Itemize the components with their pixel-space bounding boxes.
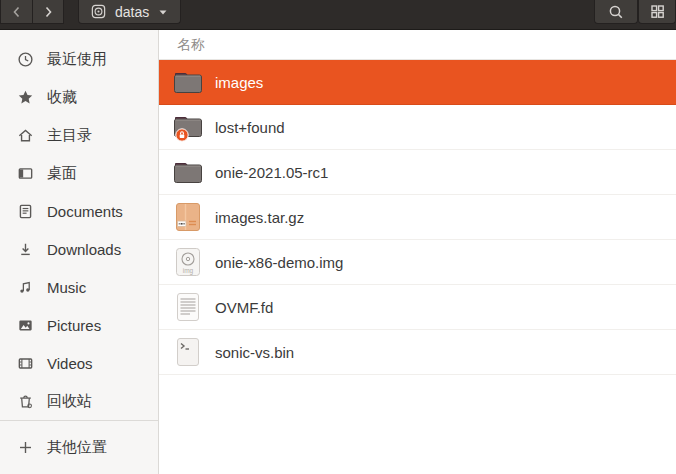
file-name: images	[215, 74, 263, 91]
sidebar-item-label: Music	[47, 279, 86, 296]
video-icon	[17, 355, 34, 372]
file-row-sonic-vs.bin[interactable]: sonic-vs.bin	[159, 330, 676, 375]
trash-icon	[17, 393, 34, 410]
search-button[interactable]	[594, 0, 638, 24]
folder-icon	[172, 156, 204, 188]
file-name: OVMF.fd	[215, 299, 273, 316]
location-label: datas	[115, 4, 149, 20]
sidebar-item-桌面[interactable]: 桌面	[0, 154, 158, 192]
file-row-OVMF.fd[interactable]: OVMF.fd	[159, 285, 676, 330]
window-body: 最近使用收藏主目录桌面DocumentsDownloadsMusicPictur…	[0, 30, 676, 474]
file-row-images[interactable]: images	[159, 60, 676, 105]
back-button[interactable]	[0, 0, 32, 24]
file-row-onie-2021.05-rc1[interactable]: onie-2021.05-rc1	[159, 150, 676, 195]
file-name: onie-x86-demo.img	[215, 254, 343, 271]
clock-icon	[17, 51, 34, 68]
file-manager-window: datas	[0, 0, 676, 474]
sidebar-item-Downloads[interactable]: Downloads	[0, 230, 158, 268]
file-row-onie-x86-demo.img[interactable]: imgonie-x86-demo.img	[159, 240, 676, 285]
archive-icon	[172, 201, 204, 233]
file-rows-container: imageslost+foundonie-2021.05-rc1images.t…	[159, 60, 676, 474]
location-breadcrumb-button[interactable]: datas	[78, 0, 181, 24]
binary-file-icon	[172, 336, 204, 368]
picture-icon	[17, 317, 34, 334]
disk-image-icon: img	[172, 246, 204, 278]
music-icon	[17, 279, 34, 296]
places-sidebar: 最近使用收藏主目录桌面DocumentsDownloadsMusicPictur…	[0, 30, 159, 474]
sidebar-item-label: 桌面	[47, 164, 77, 183]
sidebar-item-Pictures[interactable]: Pictures	[0, 306, 158, 344]
file-name: onie-2021.05-rc1	[215, 164, 328, 181]
sidebar-item-label: 回收站	[47, 392, 92, 411]
sidebar-item-回收站[interactable]: 回收站	[0, 382, 158, 420]
folder-locked-icon	[172, 111, 204, 143]
sidebar-item-收藏[interactable]: 收藏	[0, 78, 158, 116]
disk-location-icon	[90, 3, 107, 20]
file-list-pane: 名称 imageslost+foundonie-2021.05-rc1image…	[159, 30, 676, 474]
plus-icon	[17, 439, 34, 456]
chevron-left-icon	[8, 3, 26, 21]
text-file-icon	[172, 291, 204, 323]
sidebar-item-Videos[interactable]: Videos	[0, 344, 158, 382]
sidebar-item-label: 最近使用	[47, 50, 107, 69]
view-toggle-button[interactable]	[638, 0, 676, 24]
svg-text:img: img	[183, 267, 194, 275]
folder-icon	[172, 66, 204, 98]
sidebar-item-最近使用[interactable]: 最近使用	[0, 40, 158, 78]
sidebar-item-label: 收藏	[47, 88, 77, 107]
history-nav	[0, 0, 64, 24]
header-bar: datas	[0, 0, 676, 30]
sidebar-item-Documents[interactable]: Documents	[0, 192, 158, 230]
column-header-name[interactable]: 名称	[159, 30, 676, 60]
sidebar-item-其他位置[interactable]: 其他位置	[0, 420, 158, 474]
sidebar-item-Music[interactable]: Music	[0, 268, 158, 306]
document-icon	[17, 203, 34, 220]
caret-down-icon	[157, 6, 169, 18]
sidebar-item-label: Videos	[47, 355, 93, 372]
sidebar-item-label: 主目录	[47, 126, 92, 145]
sidebar-item-主目录[interactable]: 主目录	[0, 116, 158, 154]
file-row-images.tar.gz[interactable]: images.tar.gz	[159, 195, 676, 240]
file-row-lost+found[interactable]: lost+found	[159, 105, 676, 150]
home-icon	[17, 127, 34, 144]
chevron-right-icon	[39, 3, 57, 21]
star-icon	[17, 89, 34, 106]
grid-view-icon	[649, 3, 666, 20]
download-icon	[17, 241, 34, 258]
sidebar-item-label: Documents	[47, 203, 123, 220]
desktop-icon	[17, 165, 34, 182]
file-name: images.tar.gz	[215, 209, 304, 226]
sidebar-item-label: Downloads	[47, 241, 121, 258]
sidebar-item-label: 其他位置	[47, 438, 107, 457]
forward-button[interactable]	[32, 0, 64, 24]
sidebar-item-label: Pictures	[47, 317, 101, 334]
file-name: lost+found	[215, 119, 285, 136]
file-name: sonic-vs.bin	[215, 344, 294, 361]
search-icon	[607, 3, 625, 21]
column-header-label: 名称	[177, 36, 205, 54]
